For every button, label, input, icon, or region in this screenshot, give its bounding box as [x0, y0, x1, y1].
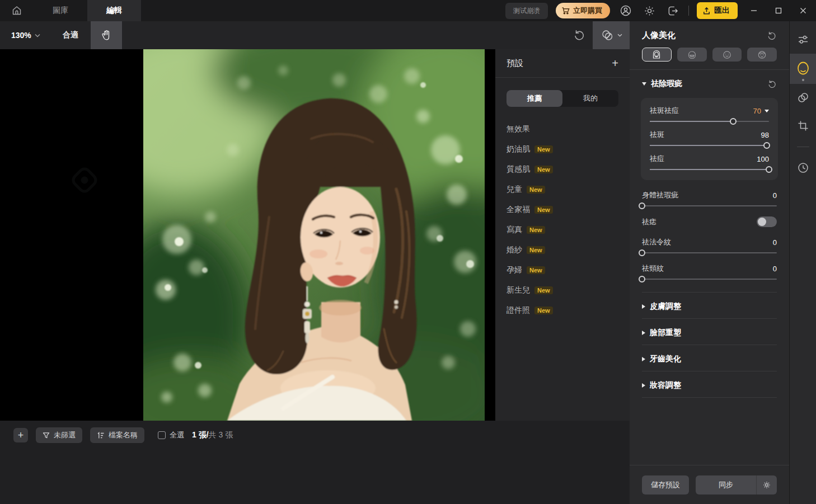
logout-icon: [667, 5, 679, 17]
home-button[interactable]: [0, 0, 34, 21]
divider: [642, 397, 777, 398]
collapse-triangle-icon: [642, 82, 646, 86]
preset-item-texture-skin[interactable]: 質感肌New: [495, 159, 630, 180]
sort-icon: [97, 432, 105, 439]
image-count: 1 張/共 3 張: [192, 430, 233, 440]
editing-canvas[interactable]: [0, 49, 495, 421]
preset-item-portrait[interactable]: 寫真New: [495, 220, 630, 240]
new-badge: New: [534, 206, 553, 214]
tab-edit-label: 編輯: [106, 6, 122, 16]
test-crash-button[interactable]: 测试崩溃: [505, 3, 548, 19]
slider-spot-acne: 祛斑祛痘 70: [650, 106, 769, 122]
category-makeup-button[interactable]: [747, 48, 777, 62]
portrait-photo: [143, 49, 485, 421]
tab-edit[interactable]: 編輯: [87, 0, 141, 21]
slider-neck-lines: 祛頸紋 0: [642, 263, 777, 280]
preset-label: 無效果: [507, 124, 530, 134]
new-badge: New: [534, 286, 553, 294]
section-teeth-beauty[interactable]: 牙齒美化: [630, 345, 789, 371]
preset-item-none[interactable]: 無效果: [495, 119, 630, 139]
section-skin-adjust[interactable]: 皮膚調整: [630, 293, 789, 318]
blemish-section-title: 祛除瑕疵: [651, 79, 763, 89]
slider-knob[interactable]: [639, 202, 645, 209]
reset-panel-icon[interactable]: [767, 31, 777, 41]
tab-recommended[interactable]: 推薦: [507, 90, 562, 107]
slider-track[interactable]: [642, 279, 777, 280]
buy-now-button[interactable]: 立即購買: [556, 3, 610, 18]
select-all-checkbox[interactable]: [158, 431, 166, 439]
slider-track[interactable]: [642, 252, 777, 253]
preset-item-children[interactable]: 兒童New: [495, 180, 630, 200]
slider-spot: 祛斑 98: [650, 130, 769, 146]
select-all-control[interactable]: 全選: [158, 430, 184, 440]
logout-button[interactable]: [665, 3, 681, 18]
slider-knob[interactable]: [639, 249, 645, 256]
preset-item-wedding[interactable]: 婚紗New: [495, 240, 630, 260]
preset-item-maternity[interactable]: 孕婦New: [495, 260, 630, 280]
minimize-button[interactable]: [745, 2, 762, 19]
hand-tool-button[interactable]: [91, 21, 122, 49]
cart-icon: [561, 7, 570, 15]
rail-portrait-button[interactable]: [790, 54, 816, 84]
zoom-level-dropdown[interactable]: 130%: [0, 31, 50, 40]
fit-to-screen-button[interactable]: 合適: [50, 30, 91, 40]
settings-button[interactable]: [641, 3, 657, 18]
preset-item-cream-skin[interactable]: 奶油肌New: [495, 139, 630, 159]
category-face-shape-button[interactable]: [712, 48, 742, 62]
slider-value: 70: [753, 107, 761, 115]
close-button[interactable]: [795, 2, 812, 19]
slider-knob[interactable]: [766, 166, 772, 173]
select-all-label: 全選: [170, 430, 184, 440]
category-face-skin-button[interactable]: [642, 48, 672, 62]
blemish-section-header[interactable]: 祛除瑕疵: [630, 70, 789, 96]
section-makeup-adjust[interactable]: 妝容調整: [630, 371, 789, 397]
slider-knob[interactable]: [639, 276, 645, 282]
slider-track[interactable]: [650, 169, 769, 170]
undo-icon: [573, 29, 585, 41]
slider-knob[interactable]: [730, 118, 737, 125]
new-badge: New: [527, 246, 545, 254]
beauty-category-row: [630, 46, 789, 69]
export-button[interactable]: 匯出: [697, 2, 738, 19]
buy-now-label: 立即購買: [573, 6, 602, 16]
rail-history-button[interactable]: [790, 154, 816, 182]
filter-button[interactable]: 未篩選: [36, 427, 82, 443]
add-preset-button[interactable]: +: [612, 58, 618, 69]
preset-item-id-photo[interactable]: 證件照New: [495, 300, 630, 321]
sort-button[interactable]: 檔案名稱: [90, 427, 144, 443]
tab-mine[interactable]: 我的: [562, 90, 618, 107]
save-preset-button[interactable]: 儲存預設: [642, 475, 689, 494]
sync-button[interactable]: 同步: [696, 475, 757, 494]
new-badge: New: [527, 186, 545, 194]
maximize-button[interactable]: [770, 2, 787, 19]
watermark-logo: [68, 164, 101, 196]
history-clock-icon: [797, 162, 809, 174]
section-face-reshape[interactable]: 臉部重塑: [630, 319, 789, 345]
rail-adjustments-button[interactable]: [790, 26, 816, 54]
value-dropdown-icon[interactable]: [765, 110, 769, 112]
slider-track[interactable]: [650, 145, 769, 146]
preset-item-family[interactable]: 全家福New: [495, 200, 630, 220]
category-teeth-button[interactable]: [677, 48, 707, 62]
section-title: 皮膚調整: [650, 302, 777, 312]
sync-settings-button[interactable]: [757, 475, 777, 494]
rail-filters-button[interactable]: [790, 84, 816, 112]
slider-track[interactable]: [650, 121, 769, 122]
preset-item-newborn[interactable]: 新生兒New: [495, 280, 630, 300]
tab-gallery[interactable]: 圖庫: [34, 0, 87, 21]
filmstrip-bar: + 未篩選 檔案名稱 全選 1 張/共 3 張 image.: [0, 421, 630, 504]
slider-knob[interactable]: [763, 142, 770, 149]
tab-gallery-label: 圖庫: [53, 6, 68, 16]
photo-image[interactable]: [143, 49, 485, 421]
beauty-panel-title: 人像美化: [642, 30, 676, 41]
test-crash-label: 测试崩溃: [513, 7, 540, 15]
reset-edits-button[interactable]: [566, 21, 593, 49]
rail-crop-button[interactable]: [790, 112, 816, 140]
reset-section-icon[interactable]: [767, 79, 777, 89]
beauty-panel-header: 人像美化: [630, 21, 789, 46]
mole-removal-toggle[interactable]: [757, 216, 777, 227]
compare-original-button[interactable]: [593, 21, 630, 49]
account-button[interactable]: [618, 3, 634, 18]
slider-track[interactable]: [642, 205, 777, 206]
add-image-button[interactable]: +: [13, 428, 28, 442]
